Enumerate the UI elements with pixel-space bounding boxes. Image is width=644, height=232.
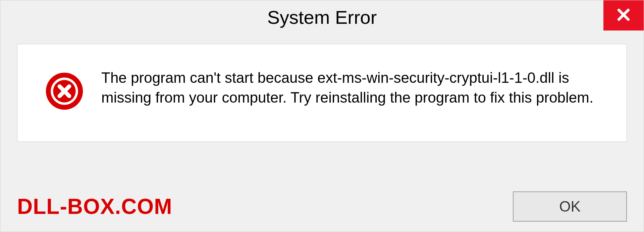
error-message-text: The program can't start because ext-ms-w… bbox=[101, 68, 600, 108]
watermark-text: DLL-BOX.COM bbox=[17, 194, 172, 219]
message-panel: The program can't start because ext-ms-w… bbox=[17, 44, 627, 142]
titlebar: System Error bbox=[0, 0, 644, 34]
dialog-footer: DLL-BOX.COM OK bbox=[17, 191, 627, 222]
ok-button[interactable]: OK bbox=[513, 191, 627, 222]
error-icon bbox=[44, 71, 85, 111]
dialog-title: System Error bbox=[267, 6, 377, 28]
close-button[interactable] bbox=[603, 0, 644, 31]
close-icon bbox=[615, 7, 632, 24]
ok-button-label: OK bbox=[559, 198, 581, 215]
